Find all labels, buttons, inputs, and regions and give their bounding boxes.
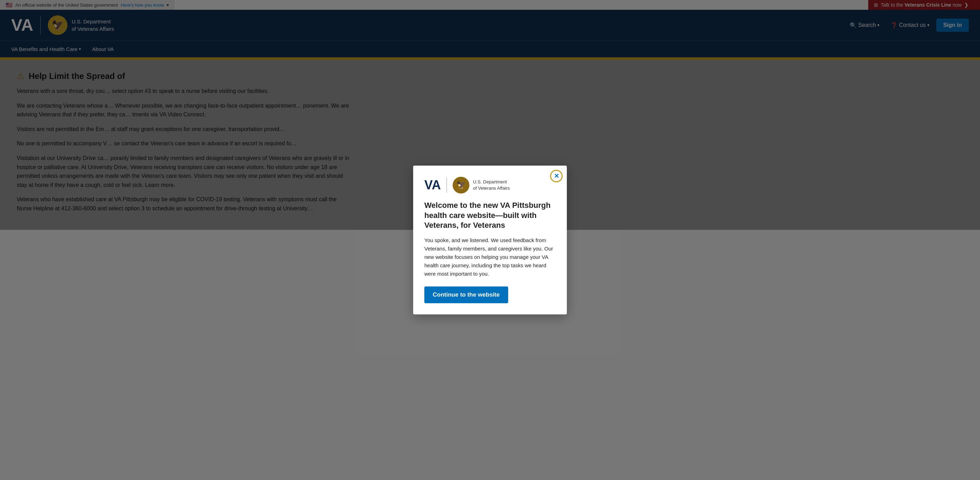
modal-logo: VA 🦅 U.S. Department of Veterans Affairs bbox=[424, 177, 556, 193]
modal-title: Welcome to the new VA Pittsburgh health … bbox=[424, 201, 556, 230]
modal-dept-name: U.S. Department of Veterans Affairs bbox=[473, 179, 509, 191]
modal-logo-divider bbox=[446, 177, 447, 193]
modal-seal: 🦅 bbox=[453, 177, 469, 193]
modal-close-button[interactable]: ✕ bbox=[550, 170, 563, 182]
welcome-modal: ✕ VA 🦅 U.S. Department of Veterans Affai… bbox=[413, 166, 567, 230]
modal-va-letters: VA bbox=[424, 178, 441, 193]
modal-overlay: ✕ VA 🦅 U.S. Department of Veterans Affai… bbox=[0, 0, 980, 230]
